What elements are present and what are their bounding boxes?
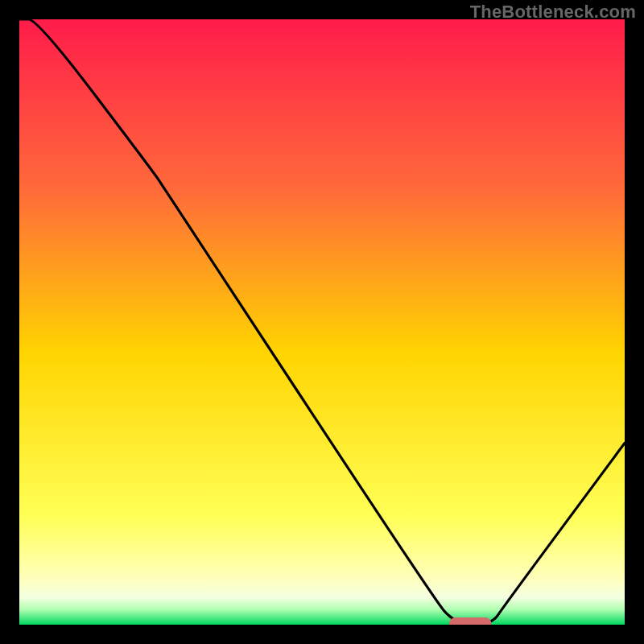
plot-area: [19, 19, 625, 625]
watermark: TheBottleneck.com: [470, 2, 636, 23]
chart-frame: TheBottleneck.com: [0, 0, 644, 644]
gradient-bg: [19, 19, 625, 625]
optimal-marker: [449, 617, 492, 625]
chart-svg: [19, 19, 625, 625]
